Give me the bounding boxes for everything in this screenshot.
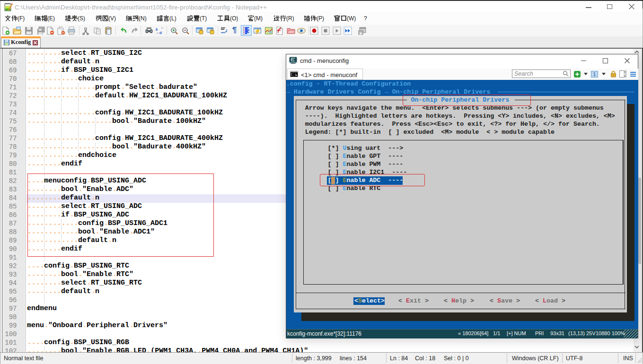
svg-text:C:\: C:\ bbox=[291, 73, 297, 77]
svg-text:a: a bbox=[159, 30, 162, 35]
svg-text:b: b bbox=[156, 27, 158, 32]
